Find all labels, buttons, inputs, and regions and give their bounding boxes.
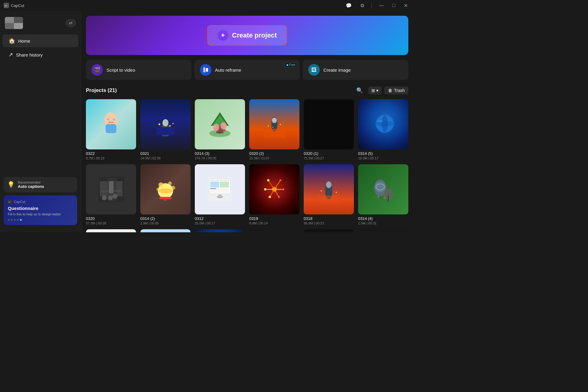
project-thumb-0314-3: [195, 99, 245, 149]
project-item-0319[interactable]: 0319 8.0M | 00:14: [249, 164, 299, 225]
switch-account-button[interactable]: ⇄: [66, 19, 76, 27]
window-controls: 💬 ⚙ | — □ ✕: [344, 2, 410, 9]
svg-point-79: [269, 196, 271, 198]
titlebar: ✂ CapCut 💬 ⚙ | — □ ✕: [0, 0, 413, 11]
projects-count: (21): [108, 87, 117, 93]
project-meta-0314-3: 276.7K | 00:05: [195, 156, 245, 160]
grid-icon: ⊞: [371, 88, 375, 93]
settings-icon-btn[interactable]: ⚙: [358, 2, 366, 9]
svg-rect-62: [210, 181, 219, 188]
project-meta-0314-5: 16.3M | 05:17: [358, 156, 408, 160]
svg-line-69: [268, 180, 274, 189]
project-meta-0320-1: 75.3M | 00:27: [304, 156, 354, 160]
project-thumb-0320-1: [304, 99, 354, 149]
maximize-button[interactable]: □: [390, 2, 397, 9]
project-item-0320-1[interactable]: 0320 (1) 75.3M | 00:27: [304, 99, 354, 160]
svg-rect-26: [218, 132, 221, 133]
svg-point-48: [113, 194, 117, 199]
chat-icon-btn[interactable]: 💬: [344, 2, 354, 9]
free-dot: [286, 64, 288, 66]
project-thumb-figure: [249, 229, 299, 232]
close-button[interactable]: ✕: [402, 2, 410, 9]
switch-icon: ⇄: [69, 21, 73, 25]
plus-circle-icon: +: [217, 30, 228, 41]
minimize-button[interactable]: —: [377, 2, 386, 9]
svg-rect-49: [109, 181, 113, 193]
rec-title: Auto captions: [18, 184, 44, 189]
project-item-dark2[interactable]: 0310: [358, 229, 408, 232]
dot-2: [11, 219, 13, 221]
sidebar: ⇄ 🏠 Home ↗ Share history 💡 Recommended A…: [0, 11, 81, 232]
project-name-0322: 0322: [86, 151, 136, 156]
recommendation-card[interactable]: 💡 Recommended Auto captions: [4, 177, 77, 192]
sidebar-item-home[interactable]: 🏠 Home: [2, 34, 78, 47]
feature-card-create-image[interactable]: 🖼 Create image: [303, 60, 408, 80]
svg-point-25: [223, 129, 226, 132]
quest-title: Questionnaire: [8, 206, 73, 211]
svg-rect-4: [203, 67, 205, 72]
project-meta-0312: 25.0M | 00:17: [195, 221, 245, 225]
project-item-cat[interactable]: 🐱 0313: [86, 229, 136, 232]
svg-rect-65: [210, 188, 216, 189]
svg-point-55: [156, 188, 159, 191]
project-item-0320[interactable]: 0320 57.3M | 00:38: [86, 164, 136, 225]
feature-row: 🎬 Script to video Auto reframe Free 🖼: [86, 60, 408, 80]
project-item-0314-4[interactable]: 0314 (4) 1.5M | 00:31: [358, 164, 408, 225]
main-content: + Create project 🎬 Script to video Auto …: [81, 11, 413, 232]
project-meta-0320: 57.3M | 00:38: [86, 221, 136, 225]
project-item-0318[interactable]: 0318 96.0M | 00:23: [304, 164, 354, 225]
projects-header: Projects (21) 🔍 ⊞ ▾ 🗑 Trash: [86, 86, 408, 95]
project-item-0322[interactable]: 0322 8.7M | 00:19: [86, 99, 136, 160]
svg-rect-32: [264, 129, 285, 138]
feature-card-script-to-video[interactable]: 🎬 Script to video: [86, 60, 191, 80]
feature-card-auto-reframe[interactable]: Auto reframe Free: [194, 60, 300, 80]
project-thumb-0320-2: [249, 99, 299, 149]
svg-text:✂: ✂: [5, 4, 7, 8]
svg-rect-84: [318, 195, 339, 203]
project-name-0318: 0318: [304, 216, 354, 221]
svg-point-31: [272, 118, 277, 123]
search-button[interactable]: 🔍: [354, 86, 365, 95]
create-image-label: Create image: [323, 67, 351, 73]
quest-brand: CapCut: [14, 200, 25, 204]
svg-line-74: [274, 189, 279, 197]
project-name-0312: 0312: [195, 216, 245, 221]
project-thumb-mountain: [140, 229, 191, 232]
project-thumb-0320: [86, 164, 136, 214]
sidebar-item-share-history[interactable]: ↗ Share history: [2, 48, 78, 61]
svg-point-9: [107, 119, 109, 120]
dot-1: [8, 219, 10, 221]
project-item-0314-3[interactable]: 0314 (3) 276.7K | 00:05: [195, 99, 245, 160]
svg-rect-15: [156, 127, 175, 135]
avatar: [5, 17, 23, 29]
questionnaire-card[interactable]: ✂ CapCut Questionnaire Fill in this to h…: [4, 195, 77, 225]
project-item-dark1[interactable]: 0311: [304, 229, 354, 232]
svg-point-33: [268, 125, 269, 126]
project-item-0314-2[interactable]: 0314 (2) 1.9M | 00:05: [140, 164, 191, 225]
svg-rect-92: [388, 195, 389, 201]
home-icon: 🏠: [8, 38, 15, 44]
svg-point-28: [220, 122, 227, 129]
svg-point-41: [378, 120, 383, 122]
project-name-0320-1: 0320 (1): [304, 151, 354, 156]
quest-desc: Fill in this to help us to design better: [8, 212, 73, 217]
app-body: ⇄ 🏠 Home ↗ Share history 💡 Recommended A…: [0, 11, 413, 232]
project-item-mountain[interactable]: 0315: [140, 229, 191, 232]
project-item-0320-2[interactable]: 0320 (2) 15.3M | 01:07: [249, 99, 299, 160]
svg-point-47: [108, 195, 113, 200]
project-item-figure[interactable]: 0317: [249, 229, 299, 232]
project-item-0321[interactable]: 0321 14.0M | 02:36: [140, 99, 191, 160]
project-name-0320: 0320: [86, 216, 136, 221]
view-toggle-button[interactable]: ⊞ ▾: [368, 87, 381, 94]
project-item-0314-5[interactable]: 0314 (5) 16.3M | 05:17: [358, 99, 408, 160]
share-history-icon: ↗: [8, 51, 13, 58]
project-meta-0322: 8.7M | 00:19: [86, 156, 136, 160]
svg-point-76: [279, 179, 281, 181]
project-thumb-0314-2: [140, 164, 191, 214]
dot-5: [20, 219, 22, 221]
create-project-button[interactable]: + Create project: [207, 25, 287, 46]
project-item-0312[interactable]: 0312 25.0M | 00:17: [195, 164, 245, 225]
svg-point-83: [326, 181, 332, 188]
project-item-earth2[interactable]: 0316: [195, 229, 245, 232]
trash-button[interactable]: 🗑 Trash: [384, 87, 408, 94]
